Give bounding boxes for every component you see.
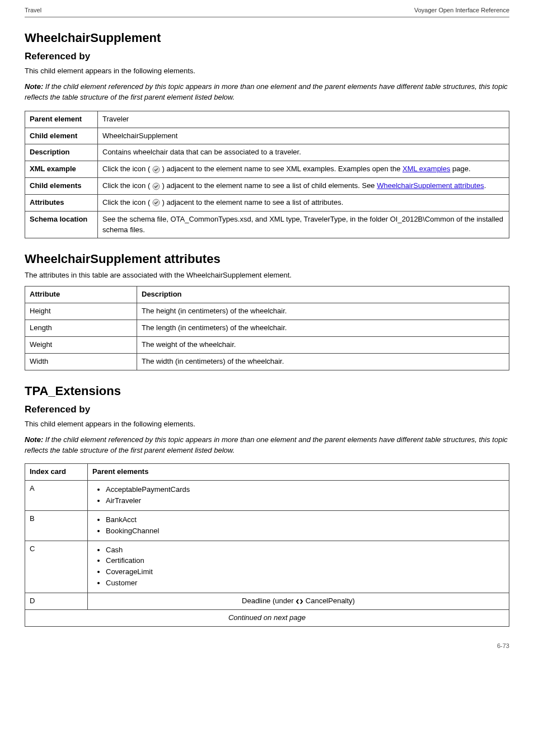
cell-label: Length (25, 320, 137, 337)
check-icon (152, 166, 160, 173)
cell-label: Height (25, 303, 137, 320)
list-item: Certification (106, 556, 504, 566)
intro-3: This child element appears in the follow… (25, 420, 509, 428)
intro-1: This child element appears in the follow… (25, 67, 509, 75)
cell-label: Child element (30, 132, 77, 140)
cell-list: Cash Certification CoverageLimit Custome… (88, 541, 509, 593)
cell-header: Index card (30, 467, 66, 476)
cell-value: WheelchairSupplement (98, 128, 509, 144)
table-wheelchairsupplement: Parent element Traveler Child element Wh… (25, 111, 509, 239)
list-item: BankAcct (106, 515, 504, 525)
cell-value: The height (in centimeters) of the wheel… (137, 303, 509, 320)
cell-label: Child elements (30, 181, 81, 190)
table-row: Width The width (in centimeters) of the … (25, 353, 509, 370)
cell-label: Description (30, 148, 70, 156)
page-header: Travel Voyager Open Interface Reference (25, 0, 509, 17)
table-row: Weight The weight of the wheelchair. (25, 336, 509, 353)
cell-list: AcceptablePaymentCards AirTraveler (88, 481, 509, 511)
text-fragment: page. (450, 165, 470, 173)
section-title-wheelchair-attributes: WheelchairSupplement attributes (25, 252, 509, 266)
intro-2: The attributes in this table are associa… (25, 271, 509, 279)
text-fragment: ) (353, 597, 355, 605)
cell-value: The width (in centimeters) of the wheelc… (137, 353, 509, 370)
cell-value: Click the icon ( ) adjacent to the eleme… (98, 178, 509, 195)
table-row: Description Contains wheelchair data tha… (25, 144, 509, 161)
subsection-referenced-by-2: Referenced by (25, 404, 509, 415)
note-body-2: If the child element referenced by this … (25, 435, 508, 454)
text-fragment: ) adjacent to the element name to see a … (162, 181, 377, 190)
cell-list: Deadline (under CancelPenalty) (88, 593, 509, 609)
table-row: B BankAcct BookingChannel (25, 510, 509, 541)
cell-label: Weight (25, 336, 137, 353)
table-row: Attributes Click the icon ( ) adjacent t… (25, 194, 509, 211)
text-fragment: Click the icon ( (102, 181, 152, 190)
link-wheelchair-attributes[interactable]: WheelchairSupplement attributes (377, 181, 484, 190)
text-fragment: Click the icon ( (102, 198, 152, 206)
check-icon (152, 182, 160, 190)
table-row: Attribute Description (25, 287, 509, 303)
cell-label: Attributes (30, 198, 64, 206)
cell-value: The weight of the wheelchair. (137, 336, 509, 353)
header-left: Travel (25, 7, 41, 13)
cell-list: BankAcct BookingChannel (88, 510, 509, 541)
cell-header: Attribute (30, 290, 60, 298)
note-1: Note: If the child element referenced by… (25, 82, 509, 103)
table-row: Child element WheelchairSupplement (25, 128, 509, 144)
table-row: Continued on next page (25, 609, 509, 626)
list-item: AcceptablePaymentCards (106, 485, 504, 495)
cell-label: Width (25, 353, 137, 370)
cell-index: B (25, 510, 88, 541)
subsection-referenced-by-1: Referenced by (25, 51, 509, 62)
cell-label: Schema location (30, 215, 87, 223)
cell-index: D (25, 593, 88, 609)
cell-value: Click the icon ( ) adjacent to the eleme… (98, 161, 509, 178)
cell-header: Description (142, 290, 182, 298)
list-item: BookingChannel (106, 526, 504, 537)
text-fragment: ) adjacent to the element name to see XM… (162, 165, 402, 173)
cell-index: A (25, 481, 88, 511)
cell-label: Parent element (30, 115, 82, 123)
cell-value: See the schema file, OTA_CommonTypes.xsd… (98, 211, 509, 238)
check-icon (152, 199, 160, 206)
header-right: Voyager Open Interface Reference (414, 7, 509, 13)
cell-header: Parent elements (92, 467, 148, 476)
note-body-1: If the child element referenced by this … (25, 82, 508, 101)
note-2: Note: If the child element referenced by… (25, 435, 509, 456)
text-fragment: Deadline (under (242, 597, 296, 605)
table-row: XML example Click the icon ( ) adjacent … (25, 161, 509, 178)
table-wheelchair-attributes: Attribute Description Height The height … (25, 286, 509, 370)
text-fragment: Click the icon ( (102, 165, 152, 173)
table-row: Parent element Traveler (25, 111, 509, 128)
list-item: Cash (106, 545, 504, 556)
cell-value: The length (in centimeters) of the wheel… (137, 320, 509, 337)
cell-value: Contains wheelchair data that can be ass… (98, 144, 509, 161)
note-label-1: Note: (25, 82, 43, 91)
cell-label: XML example (30, 165, 76, 173)
table-row: Index card Parent elements (25, 464, 509, 481)
continued-footer: Continued on next page (25, 609, 509, 626)
page-number: 6-73 (25, 642, 509, 649)
table-row: Schema location See the schema file, OTA… (25, 211, 509, 238)
cell-value: Click the icon ( ) adjacent to the eleme… (98, 194, 509, 211)
table-row: A AcceptablePaymentCards AirTraveler (25, 481, 509, 511)
table-row: D Deadline (under CancelPenalty) (25, 593, 509, 609)
note-label-2: Note: (25, 435, 43, 444)
text-fragment: ) adjacent to the element name to see a … (162, 198, 344, 206)
section-title-tpa-extensions: TPA_Extensions (25, 384, 509, 398)
cell-value: Traveler (98, 111, 509, 128)
table-row: C Cash Certification CoverageLimit Custo… (25, 541, 509, 593)
list-item: CoverageLimit (106, 567, 504, 577)
text-fragment: . (484, 181, 486, 190)
table-row: Child elements Click the icon ( ) adjace… (25, 178, 509, 195)
expand-icon (296, 598, 303, 605)
list-item: AirTraveler (106, 496, 504, 506)
cell-index: C (25, 541, 88, 593)
table-tpa-extensions: Index card Parent elements A AcceptableP… (25, 463, 509, 626)
table-row: Height The height (in centimeters) of th… (25, 303, 509, 320)
table-row: Length The length (in centimeters) of th… (25, 320, 509, 337)
list-item: Customer (106, 578, 504, 589)
text-fragment: CancelPenalty (306, 597, 353, 605)
section-title-wheelchairsupplement: WheelchairSupplement (25, 31, 509, 45)
link-xml-examples[interactable]: XML examples (402, 165, 451, 173)
